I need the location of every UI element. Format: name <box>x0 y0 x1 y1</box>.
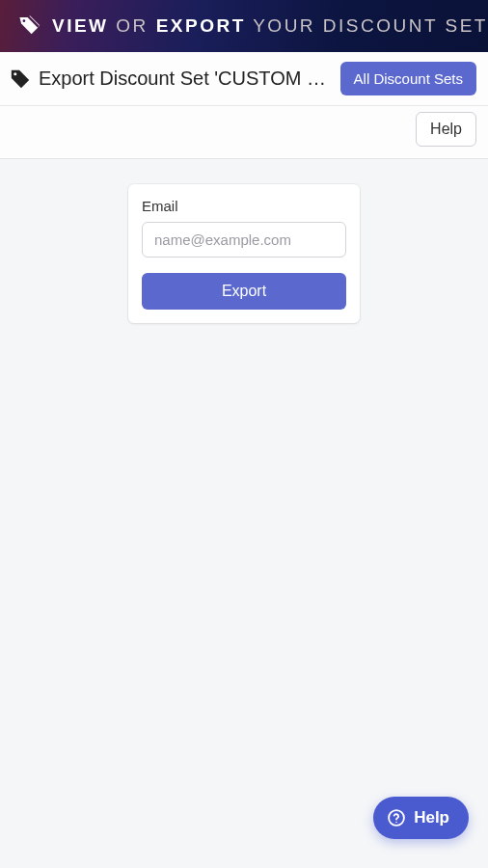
tag-icon <box>10 68 31 90</box>
all-discount-sets-button[interactable]: All Discount Sets <box>340 62 476 95</box>
help-fab-label: Help <box>414 808 449 827</box>
banner-word-view: VIEW <box>52 15 109 36</box>
export-card: Email Export <box>128 184 360 323</box>
title-bar: Export Discount Set 'CUSTOM DISCOUNT SET… <box>0 52 488 106</box>
email-field[interactable] <box>142 222 346 258</box>
tags-icon <box>17 14 42 39</box>
promo-banner: VIEW OR EXPORT YOUR DISCOUNT SET <box>0 0 488 52</box>
banner-word-export: EXPORT <box>156 15 246 36</box>
svg-point-3 <box>395 822 397 824</box>
help-toolbar: Help <box>0 106 488 159</box>
help-circle-icon <box>387 808 406 827</box>
main-content: Email Export <box>0 159 488 348</box>
banner-text: VIEW OR EXPORT YOUR DISCOUNT SET <box>52 15 488 37</box>
page-title: Export Discount Set 'CUSTOM DISCOUNT SET… <box>39 68 333 90</box>
export-button[interactable]: Export <box>142 273 346 310</box>
help-fab[interactable]: Help <box>373 797 469 839</box>
help-button[interactable]: Help <box>416 112 476 147</box>
email-label: Email <box>142 198 346 214</box>
svg-point-0 <box>23 19 26 22</box>
svg-point-1 <box>14 72 16 75</box>
banner-word-or: OR <box>116 15 149 36</box>
banner-word-tail: YOUR DISCOUNT SET <box>253 15 488 36</box>
